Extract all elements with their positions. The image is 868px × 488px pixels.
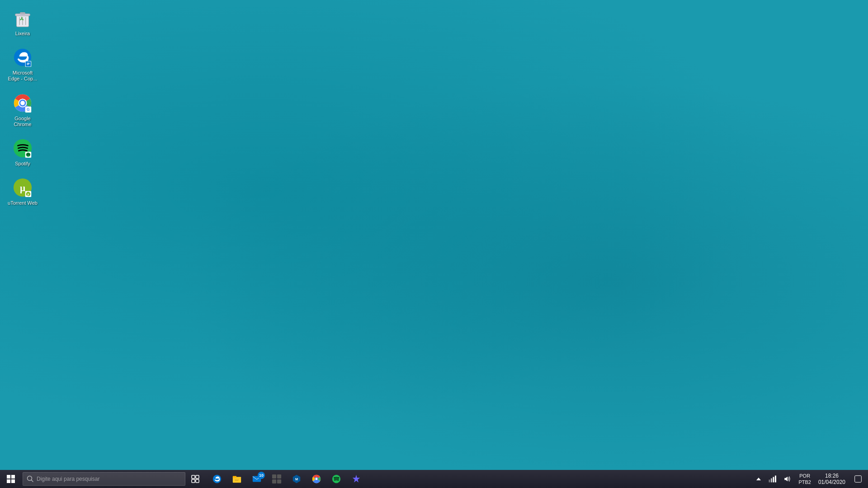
svg-text:µ: µ bbox=[20, 183, 25, 193]
svg-rect-26 bbox=[196, 475, 199, 479]
recycle-bin-label: Lixeira bbox=[15, 31, 30, 37]
taskbar-edge[interactable] bbox=[207, 470, 227, 488]
recycle-bin-image bbox=[12, 7, 33, 29]
svg-rect-31 bbox=[233, 476, 236, 478]
svg-rect-45 bbox=[769, 480, 770, 483]
notification-button[interactable] bbox=[850, 470, 866, 488]
taskbar-edge-icon bbox=[212, 474, 222, 484]
taskbar-chrome-icon bbox=[311, 474, 321, 484]
chrome-icon[interactable]: G Google Chrome bbox=[5, 89, 41, 130]
taskbar-explorer-icon bbox=[232, 474, 242, 484]
language-indicator[interactable]: POR PTB2 bbox=[796, 470, 814, 488]
svg-point-42 bbox=[332, 475, 340, 483]
svg-rect-32 bbox=[233, 479, 241, 479]
taskbar-file-explorer[interactable] bbox=[227, 470, 247, 488]
taskbar-spotify[interactable] bbox=[326, 470, 346, 488]
mail-badge: 10 bbox=[258, 472, 265, 479]
system-tray: POR PTB2 18:26 01/04/2020 bbox=[753, 470, 868, 488]
svg-rect-28 bbox=[196, 479, 199, 483]
search-bar[interactable] bbox=[23, 472, 185, 486]
edge-image bbox=[12, 47, 33, 68]
taskbar-cortana[interactable] bbox=[346, 470, 366, 488]
taskbar-chrome[interactable] bbox=[307, 470, 326, 488]
start-button[interactable] bbox=[0, 470, 22, 488]
taskbar-spotify-icon bbox=[331, 474, 341, 484]
svg-rect-37 bbox=[277, 479, 281, 483]
clock-area[interactable]: 18:26 01/04/2020 bbox=[815, 470, 849, 488]
network-icon bbox=[768, 475, 776, 483]
svg-marker-49 bbox=[785, 477, 788, 482]
svg-text:µ: µ bbox=[28, 192, 29, 196]
utorrent-label: uTorrent Web bbox=[8, 200, 38, 206]
taskbar-mail[interactable]: 10 bbox=[247, 470, 267, 488]
input-mode: PTB2 bbox=[798, 479, 811, 485]
desktop-icons: Lixeira Microsoft Edge - Cop... bbox=[5, 5, 41, 209]
search-input[interactable] bbox=[37, 476, 181, 482]
svg-rect-35 bbox=[277, 474, 281, 479]
recycle-bin-icon[interactable]: Lixeira bbox=[5, 5, 41, 39]
svg-rect-46 bbox=[771, 479, 772, 483]
task-view-button[interactable] bbox=[185, 470, 205, 488]
svg-marker-43 bbox=[353, 475, 360, 483]
svg-point-41 bbox=[316, 478, 318, 480]
svg-text:G: G bbox=[27, 107, 30, 112]
tray-volume-icon[interactable] bbox=[780, 470, 795, 488]
taskbar-malwarebytes[interactable]: M bbox=[287, 470, 307, 488]
utorrent-icon[interactable]: µ µ uTorrent Web bbox=[5, 174, 41, 209]
windows-logo-icon bbox=[7, 475, 15, 483]
svg-rect-25 bbox=[192, 475, 195, 479]
search-icon bbox=[27, 475, 34, 483]
tray-network-icon[interactable] bbox=[765, 470, 779, 488]
spotify-label: Spotify bbox=[15, 161, 30, 167]
svg-point-12 bbox=[20, 101, 25, 105]
edge-label: Microsoft Edge - Cop... bbox=[7, 70, 38, 82]
spotify-icon[interactable]: Spotify bbox=[5, 135, 41, 169]
tray-show-hidden-button[interactable] bbox=[753, 470, 764, 488]
svg-rect-2 bbox=[20, 13, 25, 14]
taskbar-launchpad-icon bbox=[272, 474, 282, 484]
svg-rect-34 bbox=[272, 474, 276, 479]
edge-icon[interactable]: Microsoft Edge - Cop... bbox=[5, 44, 41, 84]
svg-rect-36 bbox=[272, 479, 276, 483]
taskbar-launchpad[interactable] bbox=[267, 470, 287, 488]
volume-icon bbox=[783, 475, 792, 483]
svg-rect-47 bbox=[773, 477, 774, 483]
svg-rect-48 bbox=[775, 476, 776, 483]
spotify-image bbox=[12, 137, 33, 159]
svg-rect-50 bbox=[855, 476, 862, 483]
utorrent-image: µ µ bbox=[12, 177, 33, 198]
taskbar-malwarebytes-icon: M bbox=[292, 474, 302, 484]
clock-date: 01/04/2020 bbox=[818, 479, 845, 485]
notification-icon bbox=[854, 475, 862, 483]
svg-line-24 bbox=[32, 480, 33, 482]
language-code: POR bbox=[799, 473, 810, 479]
svg-text:M: M bbox=[295, 477, 298, 481]
task-view-icon bbox=[191, 475, 199, 483]
svg-marker-44 bbox=[756, 478, 761, 480]
chrome-label: Google Chrome bbox=[7, 116, 38, 127]
taskbar-apps: 10 M bbox=[207, 470, 366, 488]
chevron-up-icon bbox=[756, 477, 761, 481]
taskbar: 10 M bbox=[0, 470, 868, 488]
chrome-image: G bbox=[12, 92, 33, 114]
clock-time: 18:26 bbox=[825, 473, 839, 479]
svg-rect-27 bbox=[192, 479, 195, 483]
taskbar-cortana-icon bbox=[351, 474, 361, 484]
desktop: Lixeira Microsoft Edge - Cop... bbox=[0, 0, 868, 470]
